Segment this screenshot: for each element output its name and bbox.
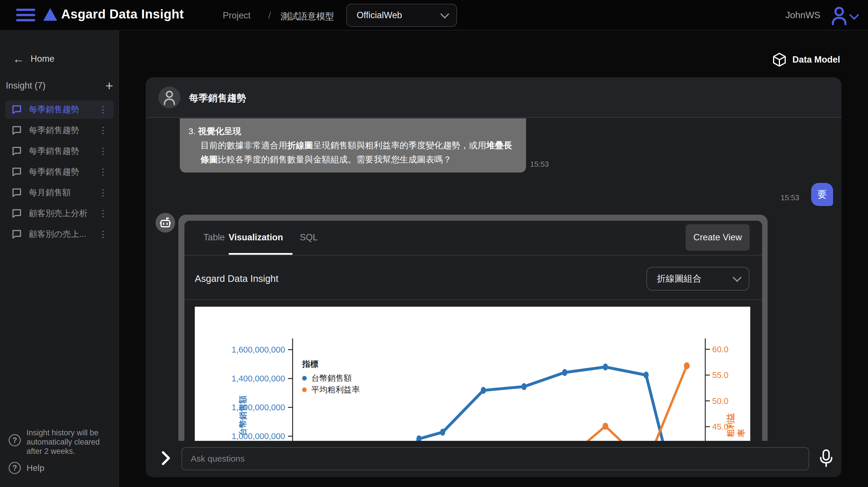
chat-panel: 每季銷售趨勢 3. 視覺化呈現 目前的數據非常適合用折線圖呈現銷售額與粗利益率的…: [146, 77, 841, 477]
breadcrumb-separator: /: [268, 10, 271, 21]
chat-bubble-icon: [11, 229, 22, 239]
robot-icon: [159, 217, 172, 228]
kebab-menu-icon[interactable]: ⋮: [99, 170, 107, 174]
legend-item-margin[interactable]: 平均粗利益率: [302, 384, 360, 395]
chart-type-value: 折線圖組合: [657, 273, 733, 285]
bot-avatar: [156, 213, 175, 232]
svg-text:50.0: 50.0: [712, 396, 728, 405]
tab-table[interactable]: Table: [204, 232, 225, 242]
ask-questions-input[interactable]: [182, 447, 809, 470]
model-select-dropdown[interactable]: OfficialWeb: [346, 4, 457, 27]
kebab-menu-icon[interactable]: ⋮: [99, 149, 107, 154]
assistant-text-block: 目前的數據非常適合用折線圖呈現銷售額與粗利益率的季度變化趨勢，或用堆疊長條圖比較…: [200, 138, 516, 166]
chevron-down-icon: [733, 273, 742, 282]
help-button[interactable]: ? Help: [9, 462, 44, 474]
sidebar-home-button[interactable]: ← Home: [13, 53, 55, 65]
sidebar-item-label: 每季銷售趨勢: [29, 125, 92, 136]
sidebar-item[interactable]: 每季銷售趨勢⋮: [5, 121, 114, 140]
user-avatar-icon[interactable]: [831, 5, 848, 27]
data-model-label: Data Model: [793, 55, 840, 65]
sidebar-item-label: 顧客別の売上...: [29, 228, 92, 240]
sidebar: ← Home Insight (7) + 每季銷售趨勢⋮每季銷售趨勢⋮每季銷售趨…: [0, 31, 119, 487]
username-label: JohnWS: [785, 10, 820, 21]
chat-bubble-icon: [11, 104, 22, 115]
legend-marker-orange-icon: [302, 387, 307, 392]
data-model-button[interactable]: Data Model: [773, 53, 840, 67]
add-insight-button[interactable]: +: [105, 79, 113, 92]
active-tab-underline: [228, 253, 292, 255]
microphone-icon[interactable]: [819, 449, 833, 469]
help-label: Help: [27, 463, 44, 473]
assistant-text-bold: 視覺化呈現: [198, 126, 241, 136]
prompt-bar: [146, 441, 841, 477]
hamburger-menu-icon[interactable]: [16, 9, 35, 22]
line-chart: 1,600,000,0001,400,000,0001,200,000,0001…: [195, 307, 750, 446]
model-select-value: OfficialWeb: [356, 10, 440, 21]
history-note: Insight history will be automatically cl…: [27, 428, 112, 456]
sidebar-item-label: 顧客別売上分析: [29, 208, 92, 219]
svg-text:1,400,000,000: 1,400,000,000: [232, 374, 285, 383]
sidebar-item-label: 每月銷售額: [29, 187, 92, 198]
kebab-menu-icon[interactable]: ⋮: [99, 107, 107, 112]
create-view-button[interactable]: Create View: [686, 224, 750, 251]
sidebar-item[interactable]: 顧客別売上分析⋮: [5, 204, 114, 223]
chart-area: 1,600,000,0001,400,000,0001,200,000,0001…: [195, 307, 750, 446]
kebab-menu-icon[interactable]: ⋮: [99, 190, 107, 195]
sidebar-item[interactable]: 每季銷售趨勢⋮: [5, 163, 114, 181]
person-icon: [163, 90, 176, 105]
chat-bubble-icon: [11, 146, 22, 156]
user-reply-timestamp: 15:53: [781, 193, 799, 202]
sidebar-item[interactable]: 顧客別の売上...⋮: [5, 225, 114, 244]
legend-marker-blue-icon: [302, 376, 307, 381]
prompt-chevron-icon: [161, 451, 171, 467]
divider: [184, 299, 762, 300]
back-arrow-icon: ←: [13, 53, 24, 65]
svg-text:55.0: 55.0: [712, 370, 728, 380]
tab-sql[interactable]: SQL: [300, 232, 318, 242]
kebab-menu-icon[interactable]: ⋮: [99, 211, 107, 216]
sidebar-insight-header: Insight (7) +: [6, 79, 113, 92]
chart-legend: 指標 台幣銷售額 平均粗利益率: [302, 359, 360, 395]
svg-text:1,600,000,000: 1,600,000,000: [232, 345, 285, 354]
tab-visualization[interactable]: Visualization: [228, 232, 283, 242]
sidebar-item-label: 每季銷售趨勢: [29, 104, 92, 116]
kebab-menu-icon[interactable]: ⋮: [99, 232, 107, 237]
chevron-down-icon: [440, 9, 449, 19]
assistant-text: 3.: [188, 126, 198, 136]
sidebar-item[interactable]: 每季銷售趨勢⋮: [5, 142, 114, 160]
result-card: Table Visualization SQL Create View Asga…: [184, 221, 762, 446]
svg-text:60.0: 60.0: [712, 345, 728, 354]
legend-title: 指標: [302, 359, 360, 369]
cube-icon: [773, 53, 786, 67]
breadcrumb-current: 測試語意模型: [280, 10, 334, 23]
top-bar: Asgard Data Insight Project / 測試語意模型 Off…: [0, 0, 868, 31]
info-icon: ?: [9, 434, 21, 446]
breadcrumb-project[interactable]: Project: [223, 10, 250, 21]
chat-avatar: [158, 87, 180, 108]
chat-bubble-icon: [11, 125, 22, 136]
right-axis-title-partial: 粗利益率: [725, 412, 747, 437]
result-card-frame: Table Visualization SQL Create View Asga…: [178, 215, 768, 446]
chart-section-title: Asgard Data Insight: [195, 273, 278, 284]
sidebar-item-label: 每季銷售趨勢: [29, 166, 92, 178]
chat-bubble-icon: [11, 188, 22, 198]
insight-count-label: Insight (7): [6, 80, 105, 91]
help-icon: ?: [9, 462, 21, 474]
chat-header: 每季銷售趨勢: [146, 77, 841, 118]
user-message-bubble: 要: [811, 183, 833, 206]
divider: [184, 255, 762, 256]
sidebar-item[interactable]: 每月銷售額⋮: [5, 184, 114, 202]
chart-type-dropdown[interactable]: 折線圖組合: [646, 267, 749, 291]
sidebar-item[interactable]: 每季銷售趨勢⋮: [5, 100, 114, 119]
home-label: Home: [31, 54, 55, 64]
sidebar-item-label: 每季銷售趨勢: [29, 145, 92, 157]
chat-title: 每季銷售趨勢: [189, 92, 246, 105]
chat-bubble-icon: [11, 167, 22, 177]
chat-bubble-icon: [11, 208, 22, 219]
user-menu-chevron-down-icon[interactable]: [849, 10, 859, 20]
legend-item-sales[interactable]: 台幣銷售額: [302, 372, 360, 384]
assistant-message-bubble: 3. 視覺化呈現 目前的數據非常適合用折線圖呈現銷售額與粗利益率的季度變化趨勢，…: [180, 118, 526, 172]
brand-title: Asgard Data Insight: [61, 7, 184, 21]
kebab-menu-icon[interactable]: ⋮: [99, 128, 107, 133]
assistant-timestamp: 15:53: [530, 160, 549, 169]
